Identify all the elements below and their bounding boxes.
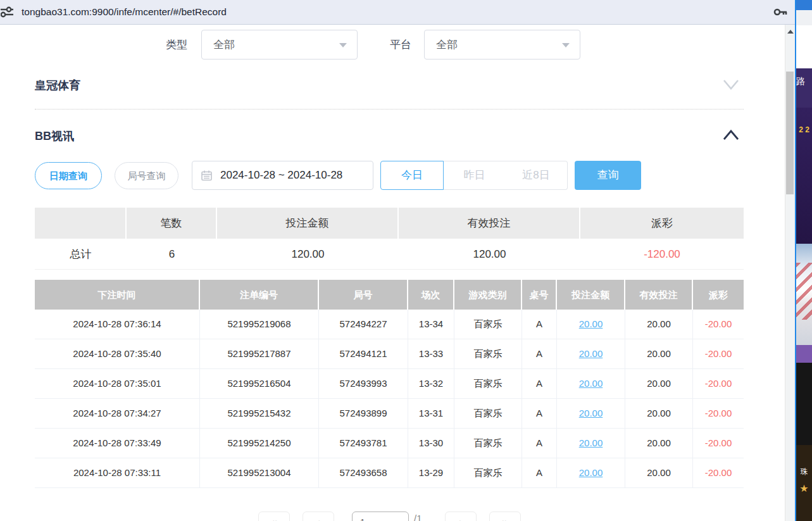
cell-valid-bet: 20.00 bbox=[625, 339, 693, 368]
scrollbar-up-arrow-icon[interactable] bbox=[787, 30, 794, 34]
summary-header-row: 笔数 投注金额 有效投注 派彩 bbox=[35, 208, 744, 239]
summary-bet-amount-value: 120.00 bbox=[217, 239, 399, 269]
quick-range-today-button[interactable]: 今日 bbox=[380, 161, 444, 190]
site-settings-icon[interactable] bbox=[1, 6, 17, 18]
pagination-next-button[interactable]: › bbox=[445, 512, 477, 521]
cell-session: 13-34 bbox=[408, 310, 454, 339]
cell-round-no: 572493993 bbox=[319, 369, 408, 398]
section-divider bbox=[35, 109, 744, 110]
bet-amount-link[interactable]: 20.00 bbox=[579, 408, 603, 418]
search-button[interactable]: 查询 bbox=[575, 161, 641, 190]
cell-bet-time: 2024-10-28 07:35:40 bbox=[35, 339, 200, 368]
cell-game-type: 百家乐 bbox=[454, 339, 522, 368]
date-range-picker[interactable]: 2024-10-28 ~ 2024-10-28 bbox=[192, 161, 373, 190]
browser-address-bar[interactable]: tongbao31.com:9900/infe/mcenter/#/betRec… bbox=[0, 0, 796, 25]
pagination-page-select[interactable]: 1 bbox=[352, 512, 409, 521]
scrollbar-thumb[interactable] bbox=[786, 72, 794, 194]
summary-header-bet-amount: 投注金额 bbox=[217, 208, 399, 239]
cell-payout: -20.00 bbox=[693, 458, 744, 487]
summary-header-empty bbox=[35, 208, 127, 239]
round-query-tab[interactable]: 局号查询 bbox=[115, 162, 178, 189]
cell-valid-bet: 20.00 bbox=[625, 458, 693, 487]
summary-count-value: 6 bbox=[127, 239, 217, 269]
cell-bet-id: 521995214250 bbox=[200, 429, 319, 458]
col-bet-time: 下注时间 bbox=[35, 280, 200, 310]
cell-bet-time: 2024-10-28 07:36:14 bbox=[35, 310, 200, 339]
bet-amount-link[interactable]: 20.00 bbox=[579, 348, 603, 359]
col-game-type: 游戏类别 bbox=[454, 280, 522, 310]
cell-bet-id: 521995213004 bbox=[200, 458, 319, 487]
background-banner-bar bbox=[796, 345, 812, 363]
summary-header-valid-bet: 有效投注 bbox=[399, 208, 580, 239]
cell-round-no: 572493781 bbox=[319, 429, 408, 458]
cell-valid-bet: 20.00 bbox=[625, 369, 693, 398]
pagination-last-button[interactable]: » bbox=[489, 512, 521, 521]
cell-table-no: A bbox=[522, 458, 557, 487]
bet-records-table: 下注时间 注单编号 局号 场次 游戏类别 桌号 投注金额 有效投注 派彩 202… bbox=[35, 280, 744, 488]
pagination-first-button[interactable]: « bbox=[258, 512, 290, 521]
cell-table-no: A bbox=[522, 429, 557, 458]
summary-header-payout: 派彩 bbox=[580, 208, 744, 239]
cell-game-type: 百家乐 bbox=[454, 429, 522, 458]
summary-payout-value: -120.00 bbox=[580, 239, 744, 269]
bet-amount-link[interactable]: 20.00 bbox=[579, 437, 603, 448]
cell-bet-time: 2024-10-28 07:33:11 bbox=[35, 458, 200, 487]
date-range-value: 2024-10-28 ~ 2024-10-28 bbox=[220, 161, 342, 189]
cell-payout: -20.00 bbox=[693, 339, 744, 368]
cell-payout: -20.00 bbox=[693, 399, 744, 428]
bet-amount-link[interactable]: 20.00 bbox=[579, 467, 603, 478]
background-banner-pearl: 珠 ★ bbox=[796, 445, 812, 521]
chevron-up-icon[interactable] bbox=[721, 129, 740, 142]
background-banner-purple: 2 2 bbox=[796, 108, 812, 244]
date-query-tab[interactable]: 日期查询 bbox=[35, 162, 102, 189]
quick-range-yesterday-button[interactable]: 昨日 bbox=[443, 161, 506, 190]
table-header-row: 下注时间 注单编号 局号 场次 游戏类别 桌号 投注金额 有效投注 派彩 bbox=[35, 280, 744, 310]
col-bet-id: 注单编号 bbox=[200, 280, 319, 310]
summary-total-label: 总计 bbox=[35, 239, 127, 269]
pagination-prev-button[interactable]: ‹ bbox=[303, 512, 334, 521]
cell-round-no: 572494121 bbox=[319, 339, 408, 368]
chevron-down-icon[interactable] bbox=[721, 78, 740, 92]
summary-header-count: 笔数 bbox=[127, 208, 217, 239]
calendar-icon bbox=[201, 170, 212, 181]
section-title-bb-video: BB视讯 bbox=[35, 129, 74, 144]
bet-amount-link[interactable]: 20.00 bbox=[579, 378, 603, 389]
table-row: 2024-10-28 07:33:49 521995214250 5724937… bbox=[35, 429, 744, 458]
table-row: 2024-10-28 07:34:27 521995215432 5724938… bbox=[35, 399, 744, 429]
cell-bet-time: 2024-10-28 07:33:49 bbox=[35, 429, 200, 458]
bet-amount-link[interactable]: 20.00 bbox=[579, 318, 603, 329]
quick-range-last8-button[interactable]: 近8日 bbox=[505, 161, 568, 190]
cell-game-type: 百家乐 bbox=[454, 369, 522, 398]
platform-filter-value: 全部 bbox=[436, 30, 458, 59]
table-row: 2024-10-28 07:35:40 521995217887 5724941… bbox=[35, 339, 744, 369]
cell-bet-id: 521995217887 bbox=[200, 339, 319, 368]
cell-round-no: 572493658 bbox=[319, 458, 408, 487]
col-session: 场次 bbox=[408, 280, 454, 310]
type-filter-value: 全部 bbox=[213, 30, 235, 59]
type-filter-select[interactable]: 全部 bbox=[201, 30, 358, 60]
cell-game-type: 百家乐 bbox=[454, 310, 522, 339]
cell-valid-bet: 20.00 bbox=[625, 310, 693, 339]
background-banner-dark bbox=[796, 363, 812, 445]
platform-filter-select[interactable]: 全部 bbox=[424, 30, 580, 60]
cell-bet-time: 2024-10-28 07:34:27 bbox=[35, 399, 200, 428]
cell-session: 13-30 bbox=[408, 429, 454, 458]
strip-road-label: 路 bbox=[796, 76, 805, 86]
platform-filter-label: 平台 bbox=[390, 30, 411, 60]
cell-round-no: 572493899 bbox=[319, 399, 408, 428]
summary-total-row: 总计 6 120.00 120.00 -120.00 bbox=[35, 239, 744, 270]
summary-table: 笔数 投注金额 有效投注 派彩 总计 6 120.00 120.00 -120.… bbox=[35, 208, 744, 270]
cell-payout: -20.00 bbox=[693, 310, 744, 339]
cell-bet-id: 521995216504 bbox=[200, 369, 319, 398]
strip-pearl-label: 珠 bbox=[801, 467, 808, 476]
section-title-crown-sports: 皇冠体育 bbox=[35, 78, 80, 93]
url-text[interactable]: tongbao31.com:9900/infe/mcenter/#/betRec… bbox=[22, 0, 227, 24]
cell-session: 13-29 bbox=[408, 458, 454, 487]
type-filter-label: 类型 bbox=[166, 30, 187, 60]
cell-session: 13-31 bbox=[408, 399, 454, 428]
background-window-strip bbox=[796, 0, 812, 10]
password-key-icon[interactable] bbox=[773, 7, 789, 17]
cell-session: 13-32 bbox=[408, 369, 454, 398]
cell-bet-id: 521995215432 bbox=[200, 399, 319, 428]
cell-game-type: 百家乐 bbox=[454, 399, 522, 428]
